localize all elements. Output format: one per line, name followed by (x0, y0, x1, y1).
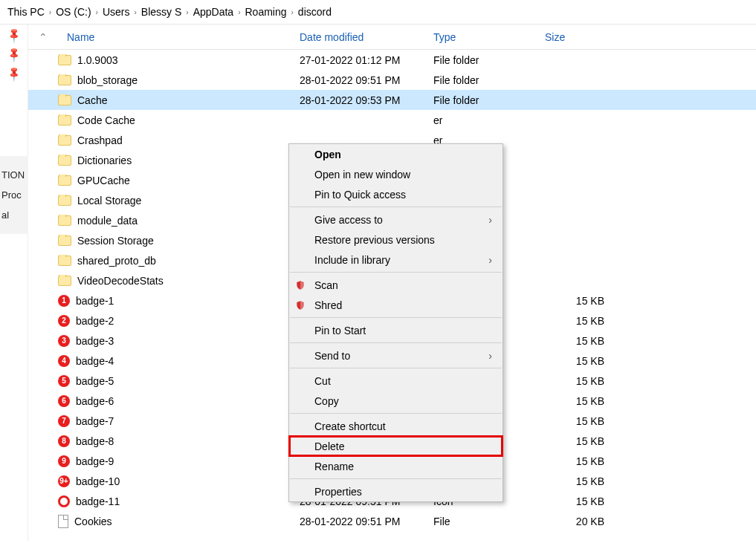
menu-item-open-in-new-window[interactable]: Open in new window (289, 164, 503, 184)
badge-icon: 1 (58, 295, 70, 307)
menu-item-label: Send to (314, 350, 350, 362)
file-row[interactable]: Cache28-01-2022 09:53 PMFile folder (28, 90, 756, 110)
chevron-right-icon: › (186, 8, 188, 16)
folder-icon (58, 175, 71, 186)
menu-separator (290, 342, 502, 343)
column-type[interactable]: Type (433, 31, 545, 43)
menu-item-label: Restore previous versions (314, 234, 435, 246)
breadcrumb-segment[interactable]: Roaming (245, 6, 286, 18)
column-name[interactable]: Name (58, 31, 300, 43)
menu-separator (290, 317, 502, 318)
file-name: badge-9 (76, 455, 114, 467)
menu-separator (290, 207, 502, 207)
menu-item-send-to[interactable]: Send to› (289, 345, 503, 365)
menu-item-create-shortcut[interactable]: Create shortcut (289, 416, 503, 436)
folder-icon (58, 95, 71, 105)
file-name: shared_proto_db (77, 255, 156, 267)
menu-item-scan[interactable]: Scan (289, 275, 503, 295)
file-row[interactable]: blob_storage28-01-2022 09:51 PMFile fold… (28, 70, 756, 90)
menu-item-give-access-to[interactable]: Give access to› (289, 209, 503, 230)
menu-item-label: Create shortcut (314, 420, 386, 432)
file-name: Code Cache (77, 114, 135, 126)
cell-size: 20 KB (545, 516, 619, 527)
breadcrumb-segment[interactable]: This PC (7, 6, 45, 18)
shield-icon (295, 279, 306, 291)
menu-item-pin-to-start[interactable]: Pin to Start (289, 320, 503, 340)
menu-item-open[interactable]: Open (289, 144, 503, 164)
cell-size: 15 KB (545, 295, 619, 307)
menu-item-label: Open (314, 149, 341, 160)
menu-item-copy[interactable]: Copy (289, 391, 503, 411)
file-row[interactable]: Cookies28-01-2022 09:51 PMFile20 KB (28, 511, 756, 531)
cell-size: 15 KB (545, 335, 619, 347)
cell-date: 28-01-2022 09:51 PM (300, 74, 433, 86)
menu-item-label: Shred (314, 299, 342, 311)
cell-date: 27-01-2022 01:12 PM (300, 54, 433, 66)
menu-item-pin-to-quick-access[interactable]: Pin to Quick access (289, 184, 503, 204)
sort-indicator-icon[interactable]: ⌃ (28, 31, 58, 43)
file-name: Cookies (74, 516, 112, 527)
file-name: badge-6 (76, 395, 114, 407)
menu-item-rename[interactable]: Rename (289, 456, 503, 476)
column-date[interactable]: Date modified (300, 31, 433, 43)
folder-icon (58, 235, 71, 246)
breadcrumb-bar[interactable]: This PC›OS (C:)›Users›Blessy S›AppData›R… (0, 0, 756, 25)
menu-item-shred[interactable]: Shred (289, 295, 503, 315)
file-name: badge-1 (76, 295, 114, 307)
menu-item-cut[interactable]: Cut (289, 371, 503, 391)
menu-item-label: Delete (314, 440, 344, 452)
menu-item-label: Rename (314, 461, 354, 472)
file-name: GPUCache (77, 175, 130, 186)
menu-item-label: Give access to (314, 214, 383, 226)
menu-item-properties[interactable]: Properties (289, 481, 503, 501)
menu-item-label: Pin to Quick access (314, 189, 406, 201)
file-name: VideoDecodeStats (77, 275, 164, 287)
menu-item-label: Open in new window (314, 169, 410, 181)
pin-icon[interactable]: 📌 (5, 65, 22, 82)
ring-icon (58, 495, 70, 507)
menu-separator (290, 272, 502, 273)
file-name: module_data (77, 215, 138, 227)
menu-item-delete[interactable]: Delete (289, 436, 503, 456)
cell-size: 15 KB (545, 455, 619, 467)
cell-type: File folder (433, 54, 545, 66)
menu-item-include-in-library[interactable]: Include in library› (289, 250, 503, 270)
chevron-right-icon: › (488, 350, 492, 362)
breadcrumb-segment[interactable]: discord (298, 6, 332, 18)
context-menu[interactable]: OpenOpen in new windowPin to Quick acces… (288, 143, 503, 502)
menu-item-label: Properties (314, 486, 362, 498)
breadcrumb-segment[interactable]: Users (103, 6, 130, 18)
menu-separator (290, 413, 502, 414)
cell-size: 15 KB (545, 415, 619, 427)
file-name: Session Storage (77, 235, 154, 247)
pin-icon[interactable]: 📌 (5, 26, 22, 43)
cell-size: 15 KB (545, 495, 619, 507)
menu-item-restore-previous-versions[interactable]: Restore previous versions (289, 230, 503, 250)
cell-size: 15 KB (545, 375, 619, 387)
cell-date: 28-01-2022 09:51 PM (300, 516, 433, 527)
chevron-right-icon: › (96, 8, 98, 16)
file-row[interactable]: Code Cacheer (28, 110, 756, 130)
file-name: Cache (77, 94, 107, 106)
folder-icon (58, 256, 71, 266)
menu-separator (290, 368, 502, 368)
file-row[interactable]: 1.0.900327-01-2022 01:12 PMFile folder (28, 50, 756, 70)
cell-date: 28-01-2022 09:53 PM (300, 94, 433, 106)
breadcrumb-segment[interactable]: OS (C:) (56, 6, 91, 18)
file-list-header[interactable]: ⌃ Name Date modified Type Size (28, 25, 756, 50)
breadcrumb-segment[interactable]: AppData (193, 6, 233, 18)
badge-icon: 6 (58, 395, 70, 407)
column-size[interactable]: Size (545, 31, 619, 43)
cell-size: 15 KB (545, 435, 619, 447)
cell-size: 15 KB (545, 315, 619, 327)
sidebar-text: TION (1, 169, 27, 181)
menu-item-label: Pin to Start (314, 325, 366, 336)
folder-icon (58, 75, 71, 85)
breadcrumb-segment[interactable]: Blessy S (141, 6, 181, 18)
badge-icon: 2 (58, 315, 70, 327)
menu-item-label: Copy (314, 395, 339, 407)
pin-icon[interactable]: 📌 (5, 45, 22, 62)
menu-item-label: Scan (314, 279, 338, 291)
folder-icon (58, 276, 71, 286)
sidebar-text: Proc (1, 189, 27, 201)
